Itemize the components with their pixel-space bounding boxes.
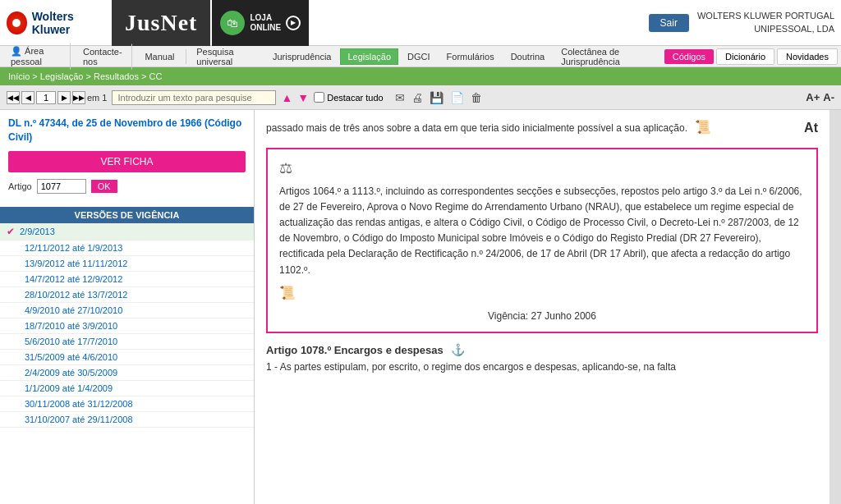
prev-page-button[interactable]: ◀ — [21, 91, 34, 104]
main-area: DL n.º 47344, de 25 de Novembro de 1966 … — [0, 110, 841, 504]
nav-divider — [186, 49, 186, 64]
jusnet-logo-area: JusNet — [112, 0, 210, 46]
nav-dgci[interactable]: DGCI — [400, 48, 438, 65]
current-page: 1 — [36, 91, 56, 104]
versao-link[interactable]: 2/4/2009 até 30/5/2009 — [25, 368, 117, 378]
nav-contacte-nos[interactable]: Contacte-nos — [76, 44, 132, 70]
versao-link[interactable]: 28/10/2012 até 13/7/2012 — [25, 290, 127, 300]
font-size-controls: A+ A- — [806, 91, 834, 103]
left-panel: DL n.º 47344, de 25 de Novembro de 1966 … — [0, 110, 255, 504]
dict-button[interactable]: Dicionário — [716, 48, 774, 65]
loja-text: LOJA ONLINE — [250, 13, 281, 33]
versao-link[interactable]: 5/6/2010 até 17/7/2010 — [25, 337, 117, 346]
versao-item[interactable]: 5/6/2010 até 17/7/2010 — [0, 334, 254, 350]
wolters-kluwer-logo: Wolters Kluwer — [7, 8, 105, 38]
article-heading: Artigo 1078.º Encargos e despesas ⚓ — [266, 343, 818, 356]
nav-area-pessoal[interactable]: 👤 Área pessoal — [3, 43, 71, 70]
versao-item[interactable]: 28/10/2012 até 13/7/2012 — [0, 287, 254, 303]
versao-link[interactable]: 4/9/2010 até 27/10/2010 — [25, 305, 122, 315]
artigo-row: Artigo OK — [8, 179, 246, 194]
highlight-box: ⚖ Artigos 1064.º a 1113.º, incluindo as … — [266, 148, 818, 333]
right-scrollbar[interactable] — [830, 110, 841, 504]
versoes-header: VERSÕES DE VIGÊNCIA — [0, 207, 254, 223]
article-body: 1 - As partes estipulam, por escrito, o … — [266, 360, 818, 375]
versao-item[interactable]: 14/7/2012 até 12/9/2012 — [0, 272, 254, 287]
play-icon[interactable]: ▶ — [286, 16, 301, 30]
news-button[interactable]: Novidades — [777, 48, 838, 65]
font-increase-button[interactable]: A+ — [806, 91, 820, 103]
loja-icon: 🛍 — [220, 11, 245, 35]
top-content-text: passado mais de três anos sobre a data e… — [266, 117, 818, 138]
nav-legislacao[interactable]: Legislação — [340, 48, 398, 65]
print-icon[interactable]: 🖨 — [411, 91, 423, 104]
nav-manual[interactable]: Manual — [137, 48, 182, 65]
company-name: WOLTERS KLUWER PORTUGAL UNIPESSOAL, LDA — [697, 10, 834, 35]
loja-area[interactable]: 🛍 LOJA ONLINE ▶ — [212, 0, 309, 46]
versao-link[interactable]: 14/7/2012 até 12/9/2012 — [25, 274, 122, 284]
highlight-article-text: Artigos 1064.º a 1113.º, incluindo as co… — [279, 184, 805, 278]
versao-item[interactable]: 18/7/2010 até 3/9/2010 — [0, 318, 254, 334]
nav-formularios[interactable]: Formulários — [439, 48, 502, 65]
nav-pesquisa[interactable]: Pesquisa universal — [189, 44, 264, 70]
versao-link[interactable]: 13/9/2012 até 11/11/2012 — [25, 259, 127, 268]
versao-item[interactable]: 1/1/2009 até 1/4/2009 — [0, 381, 254, 396]
left-panel-header: DL n.º 47344, de 25 de Novembro de 1966 … — [0, 110, 254, 207]
scroll-bookmark-icon: 📜 — [695, 120, 711, 134]
at-badge: At — [804, 121, 818, 135]
nav-right-buttons: Códigos Dicionário Novidades — [664, 48, 838, 65]
em-label: em 1 — [87, 93, 107, 103]
email-icon[interactable]: ✉ — [395, 91, 405, 104]
versao-item[interactable]: 2/4/2009 até 30/5/2009 — [0, 365, 254, 381]
codes-button[interactable]: Códigos — [664, 49, 714, 64]
artigo-input[interactable] — [37, 179, 86, 194]
nav-colectanea[interactable]: Colectânea de Jurisprudência — [554, 44, 663, 70]
highlight-all-checkbox[interactable]: Destacar tudo — [314, 92, 383, 103]
first-page-button[interactable]: ◀◀ — [7, 91, 20, 104]
versao-item[interactable]: 12/11/2012 até 1/9/2013 — [0, 241, 254, 256]
versao-link[interactable]: 2/9/2013 — [20, 227, 55, 236]
next-page-button[interactable]: ▶ — [57, 91, 71, 104]
versao-item[interactable]: 30/11/2008 até 31/12/2008 — [0, 396, 254, 412]
jusnet-text: JusNet — [125, 10, 197, 36]
vigencia-text: Vigência: 27 Junho 2006 — [279, 310, 805, 322]
ver-ficha-button[interactable]: VER FICHA — [8, 151, 246, 172]
versao-link[interactable]: 1/1/2009 até 1/4/2009 — [25, 383, 113, 393]
delete-icon[interactable]: 🗑 — [471, 91, 482, 104]
versoes-list: ✔ 2/9/2013 12/11/2012 até 1/9/2013 13/9/… — [0, 223, 254, 428]
search-down-arrow[interactable]: ▼ — [297, 91, 309, 104]
artigo-label: Artigo — [8, 181, 32, 191]
nav-doutrina[interactable]: Doutrina — [503, 48, 553, 65]
highlight-checkbox[interactable] — [314, 92, 324, 103]
versao-item[interactable]: 31/10/2007 até 29/11/2008 — [0, 412, 254, 428]
balance-icon: ⚖ — [279, 159, 805, 177]
versao-link[interactable]: 31/5/2009 até 4/6/2010 — [25, 352, 117, 362]
versao-item[interactable]: 4/9/2010 até 27/10/2010 — [0, 303, 254, 318]
wk-logo-text: Wolters Kluwer — [32, 10, 105, 36]
font-decrease-button[interactable]: A- — [823, 91, 834, 103]
toolbar: ◀◀ ◀ 1 ▶ ▶▶ em 1 ▲ ▼ Destacar tudo ✉ 🖨 💾… — [0, 85, 841, 110]
versao-item[interactable]: 13/9/2012 até 11/11/2012 — [0, 256, 254, 272]
versao-link[interactable]: 12/11/2012 até 1/9/2013 — [25, 243, 122, 253]
nav-jurisprudencia[interactable]: Jurisprudência — [265, 48, 339, 65]
scroll-icon: 📜 — [279, 285, 805, 300]
save-icon[interactable]: 💾 — [430, 91, 443, 104]
header-right: Sair WOLTERS KLUWER PORTUGAL UNIPESSOAL,… — [649, 10, 834, 35]
highlight-label: Destacar tudo — [327, 93, 383, 103]
versao-link[interactable]: 30/11/2008 até 31/12/2008 — [25, 399, 133, 409]
versao-item[interactable]: 31/5/2009 até 4/6/2010 — [0, 350, 254, 365]
toolbar-icons: ✉ 🖨 💾 📄 🗑 — [395, 91, 482, 104]
versao-item[interactable]: ✔ 2/9/2013 — [0, 223, 254, 241]
breadcrumb: Início > Legislação > Resultados > CC — [0, 67, 841, 85]
search-up-arrow[interactable]: ▲ — [281, 91, 292, 104]
page-navigation: ◀◀ ◀ 1 ▶ ▶▶ em 1 — [7, 91, 107, 104]
artigo-ok-button[interactable]: OK — [91, 180, 117, 193]
versao-link[interactable]: 31/10/2007 até 29/11/2008 — [25, 415, 133, 424]
document-icon[interactable]: 📄 — [450, 91, 464, 104]
wk-circle-icon — [7, 11, 27, 34]
check-icon: ✔ — [7, 226, 15, 237]
search-input[interactable] — [112, 90, 276, 105]
sair-button[interactable]: Sair — [649, 14, 689, 32]
header: Wolters Kluwer JusNet 🛍 LOJA ONLINE ▶ Sa… — [0, 0, 841, 46]
versao-link[interactable]: 18/7/2010 até 3/9/2010 — [25, 321, 117, 331]
last-page-button[interactable]: ▶▶ — [72, 91, 85, 104]
